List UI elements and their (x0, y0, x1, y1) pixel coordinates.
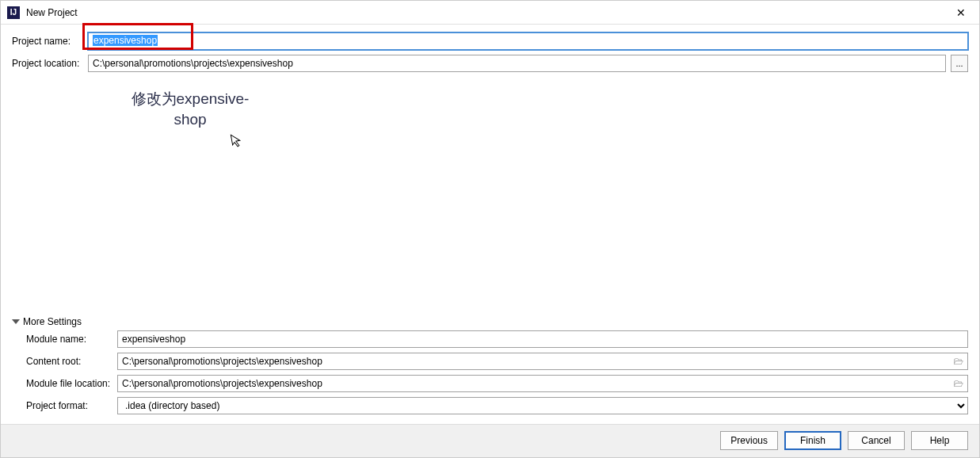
project-format-select[interactable]: .idea (directory based) (117, 397, 968, 414)
module-name-label: Module name: (12, 334, 117, 345)
project-name-row: Project name: expensiveshop (12, 32, 968, 50)
app-icon: IJ (7, 6, 20, 19)
annotation-text: 修改为expensive- shop (123, 89, 257, 129)
content-root-row: Content root: 🗁 (12, 353, 968, 370)
module-file-location-label: Module file location: (12, 378, 117, 389)
close-button[interactable]: ✕ (949, 2, 973, 24)
browse-location-button[interactable]: ... (951, 55, 968, 72)
module-name-row: Module name: (12, 330, 968, 348)
more-settings-toggle[interactable]: More Settings (12, 313, 968, 330)
project-location-input[interactable] (88, 55, 946, 72)
app-icon-glyph: IJ (10, 8, 17, 17)
help-button[interactable]: Help (911, 431, 968, 450)
titlebar: IJ New Project ✕ (1, 1, 979, 25)
project-location-row: Project location: ... (12, 55, 968, 72)
annotation-line2: shop (174, 111, 206, 128)
module-file-location-input[interactable] (117, 375, 968, 392)
project-format-row: Project format: .idea (directory based) (12, 397, 968, 414)
main-content: Project name: expensiveshop Project loca… (1, 25, 979, 424)
cancel-button[interactable]: Cancel (848, 431, 905, 450)
previous-button[interactable]: Previous (720, 431, 778, 450)
annotation-line1: 修改为expensive- (132, 90, 250, 107)
project-name-value: expensiveshop (93, 35, 158, 46)
footer: Previous Finish Cancel Help (1, 424, 979, 456)
module-name-input[interactable] (117, 330, 968, 348)
project-location-label: Project location: (12, 58, 88, 69)
module-file-location-row: Module file location: 🗁 (12, 375, 968, 392)
content-root-label: Content root: (12, 356, 117, 367)
project-format-label: Project format: (12, 400, 117, 411)
project-name-input[interactable]: expensiveshop (88, 32, 968, 50)
project-name-label: Project name: (12, 36, 88, 47)
content-root-input[interactable] (117, 353, 968, 370)
chevron-down-icon (12, 319, 20, 324)
more-settings-label: More Settings (23, 316, 82, 327)
window-title: New Project (26, 7, 949, 18)
finish-button[interactable]: Finish (784, 431, 841, 450)
